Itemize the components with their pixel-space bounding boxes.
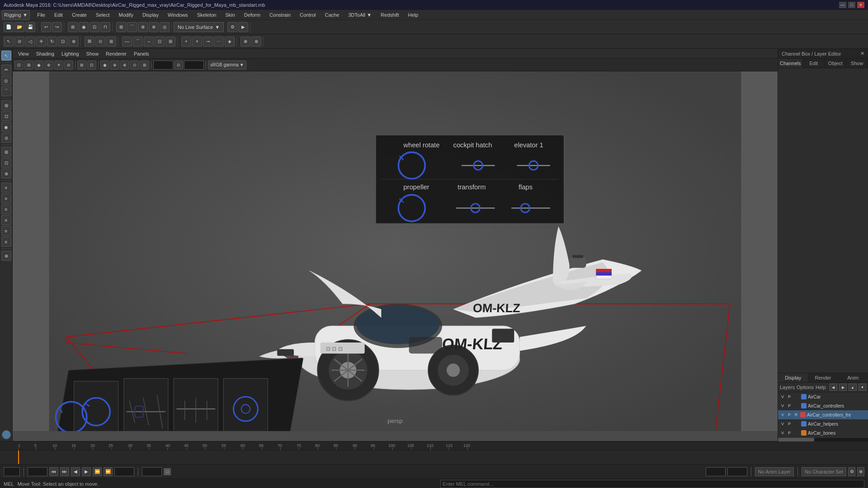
lighting-btn[interactable]: ☀ bbox=[54, 61, 63, 70]
prev-key-btn[interactable]: ⏭ bbox=[60, 467, 69, 476]
universal-manip-btn[interactable]: ⊕ bbox=[69, 37, 79, 47]
display-mode3-btn[interactable]: ◉ bbox=[1, 122, 11, 132]
proportional-btn[interactable]: ⊙ bbox=[95, 37, 105, 47]
layer-r-flag-aircar[interactable] bbox=[793, 394, 800, 399]
textured-btn[interactable]: ⊕ bbox=[44, 61, 53, 70]
menu-help[interactable]: Help bbox=[406, 11, 420, 19]
menu-modify[interactable]: Modify bbox=[117, 11, 135, 19]
undo-btn[interactable]: ↩ bbox=[41, 22, 51, 32]
layer-r-flag-help[interactable] bbox=[793, 421, 800, 427]
select-tool-btn[interactable]: ↖ bbox=[4, 37, 14, 47]
layer-btn1[interactable]: ≡ bbox=[1, 183, 11, 192]
layer-v-flag-bones[interactable]: V bbox=[780, 430, 785, 436]
menu-select[interactable]: Select bbox=[94, 11, 112, 19]
connect-btn[interactable]: ⊸ bbox=[203, 37, 213, 47]
end-frame-input[interactable]: 120 bbox=[114, 467, 134, 476]
layer-v-flag-aircar[interactable]: V bbox=[780, 394, 785, 399]
exposure-toggle[interactable]: ⊙ bbox=[174, 61, 183, 70]
aa-btn[interactable]: ⊙ bbox=[130, 61, 139, 70]
new-scene-btn[interactable]: 📄 bbox=[4, 22, 14, 32]
max-frame-input[interactable]: 200 bbox=[727, 467, 747, 476]
sym-btn[interactable]: ⊞ bbox=[106, 37, 116, 47]
layer-p-flag-aircar[interactable]: P bbox=[787, 394, 792, 399]
paint-select-btn[interactable]: ◁ bbox=[25, 37, 35, 47]
layer-p-flag-free[interactable]: P bbox=[787, 412, 792, 418]
vp-menu-lighting[interactable]: Lighting bbox=[60, 50, 81, 57]
layer-p-flag-help[interactable]: P bbox=[787, 421, 792, 427]
paint-weights-btn[interactable]: ⋯ bbox=[214, 37, 224, 47]
tab-render[interactable]: Render bbox=[808, 373, 838, 382]
viewport-3-btn[interactable]: ⊗ bbox=[120, 61, 129, 70]
display-mode1-btn[interactable]: ⊞ bbox=[1, 100, 11, 110]
tab-edit[interactable]: Edit bbox=[803, 59, 825, 68]
select-mode-btn[interactable]: ↖ bbox=[1, 51, 11, 61]
menu-skeleton[interactable]: Skeleton bbox=[195, 11, 218, 19]
play-fwd-btn[interactable]: ▶ bbox=[82, 467, 91, 476]
misc-btn1[interactable]: ⊗ bbox=[251, 37, 261, 47]
layers-menu[interactable]: Layers bbox=[780, 385, 795, 390]
gamma-input[interactable]: 1.00 bbox=[184, 61, 204, 70]
layer-row-aircar[interactable]: V P AirCar bbox=[778, 392, 868, 401]
channel-box-close[interactable]: ✕ bbox=[860, 51, 864, 56]
maximize-btn[interactable]: □ bbox=[848, 2, 855, 8]
go-end-btn[interactable]: ⏩ bbox=[104, 467, 113, 476]
snap-view-btn[interactable]: ◎ bbox=[160, 22, 170, 32]
exposure-input[interactable]: 0.00 bbox=[153, 61, 173, 70]
xray-btn[interactable]: ⊘ bbox=[64, 61, 73, 70]
vp-menu-panels[interactable]: Panels bbox=[132, 50, 151, 57]
minus-btn[interactable]: × bbox=[192, 37, 202, 47]
wireframe-btn[interactable]: ⊞ bbox=[24, 61, 33, 70]
viewport-2-btn[interactable]: ⊕ bbox=[110, 61, 119, 70]
display-mode4-btn[interactable]: ⊘ bbox=[1, 133, 11, 143]
joint-tool-btn[interactable]: — bbox=[122, 37, 132, 47]
soft-select-btn[interactable]: ⌘ bbox=[85, 37, 94, 47]
render-btn[interactable]: ▶ bbox=[238, 22, 248, 32]
start-frame-input[interactable]: 1 bbox=[28, 467, 47, 476]
layer-row-bones[interactable]: V P AirCar_bones bbox=[778, 428, 868, 437]
no-live-surface[interactable]: No Live Surface ▼ bbox=[174, 22, 224, 32]
object-type1-btn[interactable]: ⊞ bbox=[1, 147, 11, 157]
menu-constrain[interactable]: Constrain bbox=[268, 11, 292, 19]
layer-p-flag-bones[interactable]: P bbox=[787, 430, 792, 436]
ik-spline-btn[interactable]: ⌣ bbox=[144, 37, 154, 47]
display-mode2-btn[interactable]: ⊡ bbox=[1, 111, 11, 121]
menu-windows[interactable]: Windows bbox=[166, 11, 190, 19]
cam-anim-btn[interactable]: ◉ bbox=[100, 61, 109, 70]
layer-v-flag-help[interactable]: V bbox=[780, 421, 785, 427]
hud-btn[interactable]: ⊡ bbox=[87, 61, 96, 70]
object-type2-btn[interactable]: ⊡ bbox=[1, 158, 11, 168]
timeline-track[interactable] bbox=[0, 450, 868, 464]
menu-display[interactable]: Display bbox=[141, 11, 160, 19]
menu-redshift[interactable]: Redshift bbox=[379, 11, 401, 19]
sculpt-tool-btn[interactable]: ◎ bbox=[1, 75, 11, 85]
current-frame-input[interactable]: 1 bbox=[4, 467, 20, 476]
save-btn[interactable]: 💾 bbox=[25, 22, 35, 32]
vp-menu-shading[interactable]: Shading bbox=[34, 50, 56, 57]
tab-show[interactable]: Show bbox=[846, 59, 868, 68]
select-by-hier-btn[interactable]: ⊞ bbox=[68, 22, 78, 32]
tab-object[interactable]: Object bbox=[825, 59, 846, 68]
menu-file[interactable]: File bbox=[35, 11, 47, 19]
rotate-tool-btn[interactable]: ↻ bbox=[47, 37, 57, 47]
layer-btn2[interactable]: ≡ bbox=[1, 193, 11, 203]
vp-menu-view[interactable]: View bbox=[16, 50, 31, 57]
redo-btn[interactable]: ↪ bbox=[52, 22, 62, 32]
tab-anim[interactable]: Anim bbox=[838, 373, 868, 382]
layer-btn6[interactable]: ≡ bbox=[1, 237, 11, 247]
tab-display[interactable]: Display bbox=[778, 373, 808, 382]
grid-btn[interactable]: ⊞ bbox=[77, 61, 86, 70]
quick-select-btn[interactable] bbox=[2, 430, 11, 439]
menu-cache[interactable]: Cache bbox=[323, 11, 341, 19]
constraint-btn[interactable]: ◈ bbox=[225, 37, 235, 47]
cluster-btn[interactable]: ⊡ bbox=[155, 37, 165, 47]
show-manipulator-btn[interactable]: ⊕ bbox=[241, 37, 250, 47]
layer-scrollbar[interactable] bbox=[778, 437, 868, 441]
playhead[interactable] bbox=[18, 450, 19, 464]
tab-channels[interactable]: Channels bbox=[778, 59, 803, 68]
play-back-btn[interactable]: ◀ bbox=[71, 467, 80, 476]
layer-scroll-down[interactable]: ▼ bbox=[859, 384, 866, 391]
minimize-btn[interactable]: — bbox=[839, 2, 846, 8]
menu-control[interactable]: Control bbox=[298, 11, 317, 19]
layer-v-flag-free[interactable]: V bbox=[780, 412, 785, 418]
playback-start-input[interactable]: 120 bbox=[706, 467, 726, 476]
